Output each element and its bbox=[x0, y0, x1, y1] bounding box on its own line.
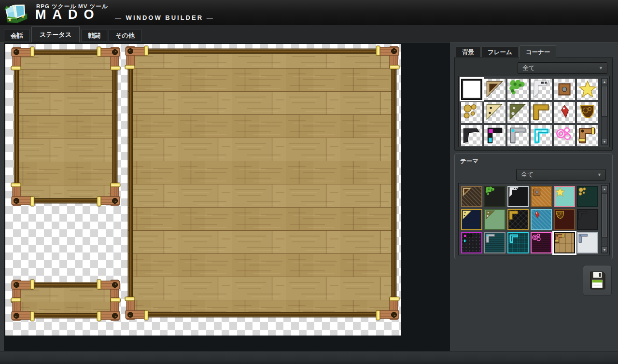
floppy-disk-icon bbox=[589, 271, 605, 290]
theme-argyle-gold[interactable] bbox=[507, 209, 529, 230]
artboard-transparency-grid bbox=[5, 44, 401, 336]
corner-bronze-triangle[interactable] bbox=[484, 79, 506, 100]
corner-none[interactable] bbox=[461, 79, 482, 100]
theme-rose-neon[interactable] bbox=[531, 232, 552, 253]
theme-group: テーマ 全て ▼ ▲ ▼ bbox=[454, 154, 613, 259]
theme-filter-value: 全て bbox=[521, 171, 534, 178]
scroll-down-button[interactable]: ▼ bbox=[602, 138, 607, 145]
corner-cream-dots[interactable] bbox=[484, 102, 506, 123]
scroll-down-button[interactable]: ▼ bbox=[602, 246, 607, 253]
corner-silver-metal[interactable] bbox=[531, 79, 552, 100]
corner-cyan-neon[interactable] bbox=[531, 125, 552, 146]
theme-filter-dropdown[interactable]: 全て ▼ bbox=[516, 169, 606, 181]
tab-status[interactable]: ステータス bbox=[31, 26, 80, 42]
theme-navy-gold[interactable] bbox=[461, 209, 482, 230]
status-bar bbox=[0, 351, 618, 364]
theme-wood-floor[interactable] bbox=[554, 232, 575, 253]
corner-magenta-cyan[interactable] bbox=[484, 125, 506, 146]
theme-charcoal[interactable] bbox=[577, 209, 598, 230]
corner-olive-holes[interactable] bbox=[507, 102, 529, 123]
theme-emerald[interactable] bbox=[577, 186, 598, 207]
theme-list: ▲ ▼ bbox=[458, 183, 610, 255]
corner-filter-dropdown[interactable]: 全て ▼ bbox=[518, 62, 607, 74]
theme-orange-wood[interactable] bbox=[531, 186, 552, 207]
scroll-up-button[interactable]: ▲ bbox=[602, 185, 607, 192]
corner-steel-cyan-dot[interactable] bbox=[507, 125, 529, 146]
save-button[interactable] bbox=[583, 265, 612, 296]
main-content: 背景 フレーム コーナー 全て ▼ ▲ ▼ bbox=[0, 42, 618, 351]
theme-teal-steel[interactable] bbox=[484, 232, 506, 253]
chevron-down-icon: ▼ bbox=[597, 169, 602, 180]
theme-green-olive[interactable] bbox=[484, 209, 506, 230]
corner-gold-bracket[interactable] bbox=[531, 102, 552, 123]
corner-green-foliage[interactable] bbox=[507, 79, 529, 100]
theme-sky-stripe[interactable] bbox=[531, 209, 552, 230]
app-header: RPG ツクール MV ツール MADO — WINDOW BUILDER — bbox=[0, 0, 618, 25]
theme-group-label: テーマ bbox=[460, 157, 478, 166]
theme-dark-wood[interactable] bbox=[461, 186, 482, 207]
corner-iron[interactable] bbox=[461, 125, 482, 146]
part-tab-bar: 背景 フレーム コーナー bbox=[456, 44, 557, 58]
screen-tab-bar: 会話 ステータス 戦闘 その他 bbox=[0, 25, 618, 42]
corner-yellow-star[interactable] bbox=[577, 79, 598, 100]
tab-kaiwa[interactable]: 会話 bbox=[4, 29, 30, 42]
tab-frame[interactable]: フレーム bbox=[481, 46, 519, 58]
theme-cyan-grid[interactable] bbox=[507, 232, 529, 253]
theme-list-scrollbar[interactable]: ▲ ▼ bbox=[601, 185, 608, 253]
theme-neon-dark[interactable] bbox=[461, 232, 482, 253]
corner-brown-ornament[interactable] bbox=[577, 102, 598, 123]
corner-list-scrollbar[interactable]: ▲ ▼ bbox=[601, 78, 608, 145]
parts-panel: 背景 フレーム コーナー 全て ▼ ▲ ▼ bbox=[450, 42, 618, 351]
tab-corner[interactable]: コーナー bbox=[520, 45, 557, 59]
tab-sonota[interactable]: その他 bbox=[109, 29, 141, 42]
theme-mahogany[interactable] bbox=[554, 209, 575, 230]
chevron-down-icon: ▼ bbox=[599, 63, 603, 73]
app-subtitle: — WINDOW BUILDER — bbox=[115, 14, 214, 21]
theme-steel-black[interactable] bbox=[507, 186, 529, 207]
theme-paper-white[interactable] bbox=[577, 232, 598, 253]
app-title: MADO bbox=[35, 7, 100, 22]
corner-filter-value: 全て bbox=[522, 64, 535, 71]
window-preview-status-side[interactable] bbox=[10, 46, 121, 207]
canvas-panel bbox=[4, 42, 450, 351]
corner-gold-ornament[interactable] bbox=[461, 102, 482, 123]
scrollbar-thumb[interactable] bbox=[602, 193, 607, 238]
window-preview-message[interactable] bbox=[10, 279, 121, 322]
window-preview-status-main[interactable] bbox=[124, 45, 400, 321]
theme-forest-black[interactable] bbox=[484, 186, 506, 207]
scrollbar-thumb[interactable] bbox=[602, 86, 607, 117]
corner-red-gem[interactable] bbox=[554, 102, 575, 123]
tab-sentou[interactable]: 戦闘 bbox=[81, 29, 107, 42]
corner-tab-page: 全て ▼ ▲ ▼ bbox=[454, 57, 613, 151]
theme-candy-teal[interactable] bbox=[554, 186, 575, 207]
corner-wood-pin-square[interactable] bbox=[554, 79, 575, 100]
app-logo-icon bbox=[3, 1, 29, 24]
corner-wood-beam[interactable] bbox=[577, 125, 598, 146]
mado-window-builder-app: RPG ツクール MV ツール MADO — WINDOW BUILDER — … bbox=[0, 0, 618, 364]
tab-background[interactable]: 背景 bbox=[456, 46, 480, 58]
corner-pink-neon-swirl[interactable] bbox=[554, 125, 575, 146]
scroll-up-button[interactable]: ▲ bbox=[602, 78, 607, 85]
corner-list: ▲ ▼ bbox=[458, 76, 610, 147]
